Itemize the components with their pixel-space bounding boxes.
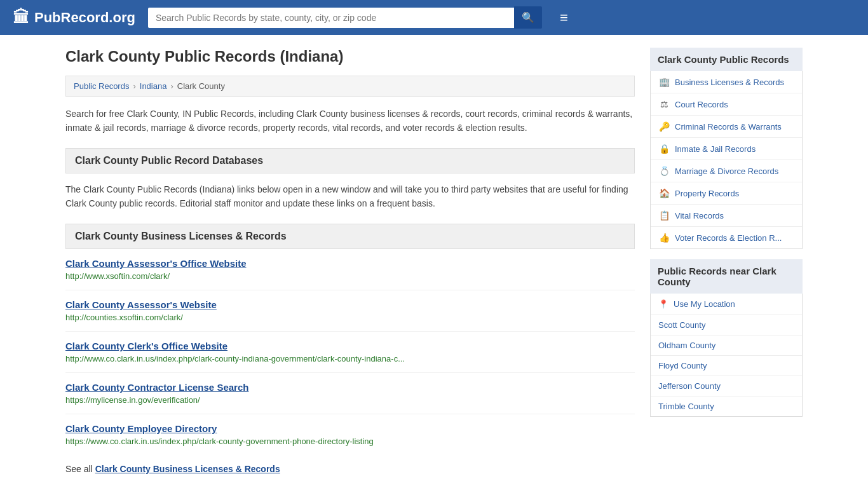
search-button[interactable]: 🔍 <box>514 6 542 29</box>
breadcrumb-public-records[interactable]: Public Records <box>74 81 129 91</box>
sidebar-link-court[interactable]: ⚖ Court Records <box>651 93 802 116</box>
nearby-county-oldham[interactable]: Oldham County <box>651 336 802 356</box>
content-area: Clark County Public Records (Indiana) Pu… <box>65 48 635 474</box>
record-link-3-title[interactable]: Clark County Contractor License Search <box>65 382 635 393</box>
record-link-item: Clark County Contractor License Search h… <box>65 382 635 414</box>
see-all-link[interactable]: Clark County Business Licenses & Records <box>95 464 280 474</box>
site-header: 🏛 PubRecord.org 🔍 ≡ <box>0 0 868 35</box>
sidebar-link-marriage[interactable]: 💍 Marriage & Divorce Records <box>651 160 802 182</box>
record-link-1-title[interactable]: Clark County Assessor's Website <box>65 299 635 310</box>
record-link-item: Clark County Employee Directory https://… <box>65 423 635 455</box>
main-container: Clark County Public Records (Indiana) Pu… <box>53 35 815 487</box>
business-icon: 🏢 <box>658 77 670 87</box>
use-location-link[interactable]: 📍 Use My Location <box>651 294 802 315</box>
sidebar-link-court-label: Court Records <box>675 100 728 109</box>
logo-text: PubRecord.org <box>34 10 135 26</box>
sidebar-link-criminal-label: Criminal Records & Warrants <box>675 122 782 132</box>
sidebar-link-marriage-label: Marriage & Divorce Records <box>675 166 778 176</box>
nearby-county-trimble[interactable]: Trimble County <box>651 396 802 416</box>
site-logo[interactable]: 🏛 PubRecord.org <box>13 8 135 27</box>
inmate-icon: 🔒 <box>658 144 670 154</box>
marriage-icon: 💍 <box>658 166 670 176</box>
nearby-county-scott[interactable]: Scott County <box>651 315 802 336</box>
page-description: Search for free Clark County, IN Public … <box>65 107 635 135</box>
record-link-3-url[interactable]: https://mylicense.in.gov/everification/ <box>65 395 200 405</box>
search-bar: 🔍 <box>148 6 542 29</box>
sidebar-link-property-label: Property Records <box>675 189 739 198</box>
nearby-sidebar-section: Public Records near Clark County 📍 Use M… <box>650 259 803 417</box>
business-links-list: Clark County Assessor's Office Website h… <box>65 258 635 455</box>
sidebar-link-business-label: Business Licenses & Records <box>675 78 784 87</box>
property-icon: 🏠 <box>658 188 670 198</box>
breadcrumb: Public Records › Indiana › Clark County <box>65 76 635 97</box>
sidebar: Clark County Public Records 🏢 Business L… <box>650 48 803 474</box>
sidebar-link-business[interactable]: 🏢 Business Licenses & Records <box>651 71 802 93</box>
record-link-0-url[interactable]: http://www.xsoftin.com/clark/ <box>65 271 170 281</box>
voter-icon: 👍 <box>658 233 670 243</box>
nearby-county-jefferson[interactable]: Jefferson County <box>651 376 802 396</box>
sidebar-clark-header: Clark County Public Records <box>650 48 803 71</box>
sidebar-clark-links: 🏢 Business Licenses & Records ⚖ Court Re… <box>650 71 803 249</box>
court-icon: ⚖ <box>658 99 670 109</box>
sidebar-link-criminal[interactable]: 🔑 Criminal Records & Warrants <box>651 116 802 138</box>
see-all-text: See all <box>65 464 93 474</box>
record-link-0-title[interactable]: Clark County Assessor's Office Website <box>65 258 635 269</box>
see-all-section: See all Clark County Business Licenses &… <box>65 464 635 474</box>
hamburger-icon: ≡ <box>560 10 568 25</box>
building-icon: 🏛 <box>13 8 29 27</box>
sidebar-link-voter-label: Voter Records & Election R... <box>675 233 782 243</box>
record-link-item: Clark County Assessor's Office Website h… <box>65 258 635 290</box>
pin-icon: 📍 <box>658 299 668 309</box>
nearby-links: 📍 Use My Location Scott County Oldham Co… <box>650 294 803 417</box>
page-title: Clark County Public Records (Indiana) <box>65 48 635 65</box>
record-link-4-title[interactable]: Clark County Employee Directory <box>65 423 635 434</box>
search-input[interactable] <box>148 8 514 28</box>
sidebar-link-inmate[interactable]: 🔒 Inmate & Jail Records <box>651 138 802 160</box>
databases-section-header: Clark County Public Record Databases <box>65 148 635 173</box>
record-link-2-title[interactable]: Clark County Clerk's Office Website <box>65 341 635 351</box>
nearby-county-floyd[interactable]: Floyd County <box>651 356 802 376</box>
sidebar-link-vital-label: Vital Records <box>675 211 724 220</box>
use-location-label: Use My Location <box>674 299 735 309</box>
criminal-icon: 🔑 <box>658 121 670 132</box>
breadcrumb-indiana[interactable]: Indiana <box>140 81 167 91</box>
breadcrumb-current: Clark County <box>177 81 225 91</box>
record-link-1-url[interactable]: http://counties.xsoftin.com/clark/ <box>65 313 183 322</box>
breadcrumb-sep-1: › <box>133 81 135 91</box>
vital-icon: 📋 <box>658 210 670 220</box>
nearby-header: Public Records near Clark County <box>650 259 803 294</box>
record-link-item: Clark County Clerk's Office Website http… <box>65 341 635 373</box>
breadcrumb-sep-2: › <box>170 81 173 91</box>
sidebar-link-vital[interactable]: 📋 Vital Records <box>651 205 802 227</box>
business-section-header: Clark County Business Licenses & Records <box>65 224 635 249</box>
record-link-4-url[interactable]: https://www.co.clark.in.us/index.php/cla… <box>65 437 374 446</box>
databases-section-body: The Clark County Public Records (Indiana… <box>65 182 635 211</box>
sidebar-link-inmate-label: Inmate & Jail Records <box>675 144 756 154</box>
hamburger-menu-button[interactable]: ≡ <box>555 7 573 29</box>
sidebar-link-voter[interactable]: 👍 Voter Records & Election R... <box>651 227 802 248</box>
record-link-item: Clark County Assessor's Website http://c… <box>65 299 635 332</box>
clark-county-sidebar-section: Clark County Public Records 🏢 Business L… <box>650 48 803 249</box>
search-icon: 🔍 <box>522 12 534 23</box>
record-link-2-url[interactable]: http://www.co.clark.in.us/index.php/clar… <box>65 354 405 363</box>
sidebar-link-property[interactable]: 🏠 Property Records <box>651 182 802 205</box>
